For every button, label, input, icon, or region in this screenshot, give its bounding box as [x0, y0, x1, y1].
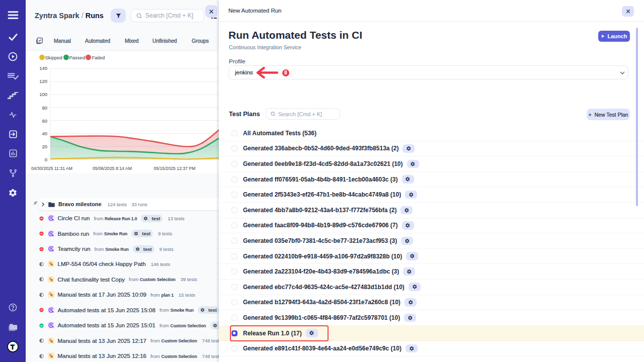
svg-text:20: 20 — [42, 144, 47, 149]
svg-text:40: 40 — [42, 131, 47, 136]
svg-text:Passed: Passed — [69, 55, 86, 60]
svg-text:60: 60 — [42, 118, 47, 124]
svg-text:140: 140 — [39, 65, 47, 71]
svg-text:0: 0 — [45, 157, 47, 162]
svg-text:120: 120 — [39, 78, 47, 84]
svg-text:04/30/2025 11:31 AM: 04/30/2025 11:31 AM — [31, 166, 72, 171]
svg-text:Skipped: Skipped — [45, 55, 62, 60]
svg-text:80: 80 — [42, 105, 47, 111]
svg-text:Failed: Failed — [92, 55, 105, 60]
svg-text:05/15/2025 12:37 PM: 05/15/2025 12:37 PM — [153, 166, 195, 171]
svg-text:100: 100 — [39, 92, 47, 97]
svg-text:05/06/2025 8:14 AM: 05/06/2025 8:14 AM — [93, 166, 132, 171]
